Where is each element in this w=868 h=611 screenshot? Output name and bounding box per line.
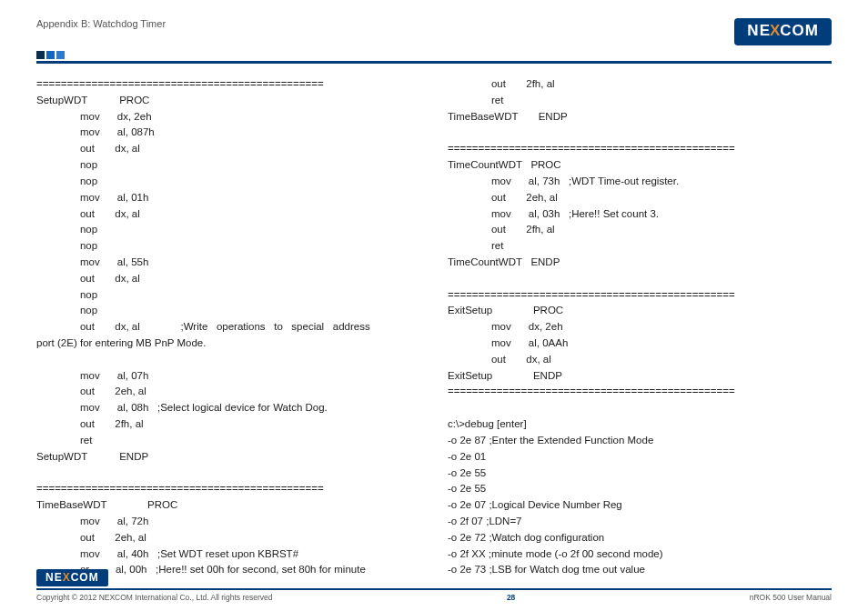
nexcom-logo-small: NEXCOM (36, 569, 108, 586)
header-row: Appendix B: Watchdog Timer NEXCOM (36, 18, 832, 45)
code-column-left: ========================================… (36, 76, 420, 578)
square-icon (56, 51, 65, 59)
footer: NEXCOM Copyright © 2012 NEXCOM Internati… (36, 568, 832, 602)
header-left: Appendix B: Watchdog Timer (36, 18, 166, 29)
logo-letter-n: N (45, 571, 55, 584)
footer-row: Copyright © 2012 NEXCOM International Co… (36, 593, 832, 602)
logo-letters-com: COM (71, 571, 99, 584)
logo-letter-n: N (747, 22, 759, 40)
nexcom-logo: NEXCOM (734, 18, 832, 45)
footer-logo-wrap: NEXCOM (36, 568, 832, 586)
appendix-title: Appendix B: Watchdog Timer (36, 18, 166, 29)
logo-letters-com: COM (780, 22, 819, 40)
logo-letter-e: E (55, 571, 63, 584)
page: Appendix B: Watchdog Timer NEXCOM ======… (0, 0, 868, 611)
square-icon (36, 51, 45, 59)
manual-title: nROK 500 User Manual (750, 593, 832, 602)
code-column-right: out 2fh, al ret TimeBaseWDT ENDP =======… (448, 76, 832, 578)
content-columns: ========================================… (36, 76, 832, 578)
header-rule (36, 61, 832, 64)
logo-letter-x: X (63, 571, 71, 584)
decorative-squares (36, 51, 832, 59)
copyright-text: Copyright © 2012 NEXCOM International Co… (36, 593, 273, 602)
footer-rule (36, 588, 832, 590)
page-number: 28 (507, 593, 515, 602)
square-icon (46, 51, 55, 59)
